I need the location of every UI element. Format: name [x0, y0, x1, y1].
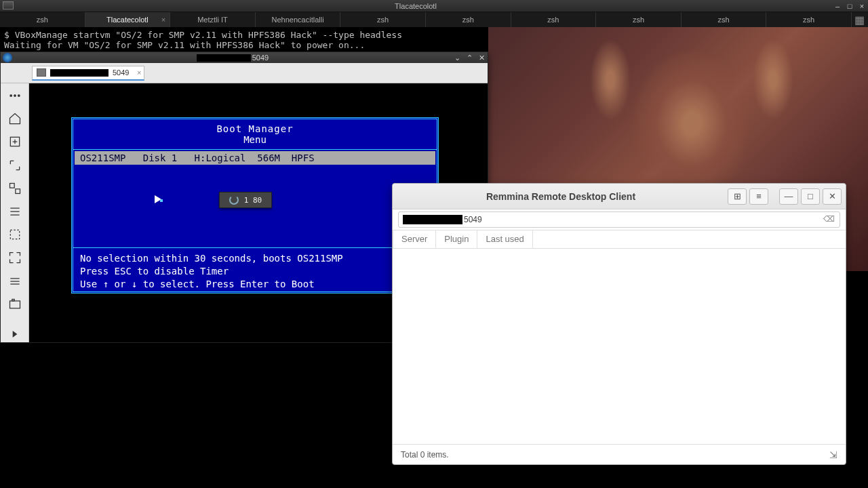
- boot-manager-title: Boot Manager: [73, 123, 437, 134]
- viewer-toolbar: [1, 83, 29, 342]
- menu-icon[interactable]: [5, 87, 25, 104]
- scaled-mode-icon[interactable]: [5, 180, 25, 197]
- tab-metztli-it[interactable]: Metztli IT: [170, 12, 256, 27]
- home-icon[interactable]: [5, 110, 25, 127]
- svg-point-1: [14, 95, 16, 97]
- remmina-statusbar: Total 0 items. ⇲: [393, 444, 846, 464]
- quick-connect-input[interactable]: 5049 ⌫: [398, 211, 840, 228]
- tab-zsh[interactable]: zsh: [682, 12, 767, 27]
- viewer-close-button[interactable]: ✕: [475, 54, 488, 62]
- window-maximize-button[interactable]: □: [844, 2, 856, 10]
- remmina-address-row: 5049 ⌫: [393, 209, 846, 230]
- tab-nehnencacitlalli[interactable]: Nehnencacitlalli: [256, 12, 341, 27]
- window-close-button[interactable]: ×: [856, 2, 868, 10]
- viewer-tab-label: 5049: [113, 68, 129, 77]
- grid-view-button[interactable]: ⊞: [728, 188, 747, 205]
- remmina-maximize-button[interactable]: □: [801, 188, 820, 205]
- viewer-dropdown-button[interactable]: ⌄: [451, 54, 463, 62]
- svg-point-0: [9, 95, 11, 97]
- tab-zsh[interactable]: zsh: [511, 12, 597, 27]
- resize-grip-icon[interactable]: ⇲: [829, 449, 837, 460]
- tab-overview-icon[interactable]: ▦: [852, 12, 868, 27]
- menu-button[interactable]: ≡: [749, 188, 768, 205]
- viewer-up-button[interactable]: ⌃: [463, 54, 475, 62]
- column-last-used[interactable]: Last used: [477, 230, 532, 248]
- mouse-cursor-icon: [155, 195, 163, 206]
- screenshot-icon[interactable]: [5, 296, 25, 312]
- boot-manager-panel: Boot Manager Menu OS211SMP Disk 1 H:Logi…: [71, 117, 439, 293]
- tab-zsh[interactable]: zsh: [340, 12, 426, 27]
- boot-manager-body: 1 80: [73, 165, 437, 246]
- tab-close-icon[interactable]: ×: [161, 16, 165, 24]
- activities-icon[interactable]: [3, 1, 14, 9]
- column-plugin[interactable]: Plugin: [436, 230, 477, 248]
- fullscreen-icon[interactable]: [5, 249, 25, 266]
- preferences-icon[interactable]: [5, 273, 25, 289]
- status-text: Total 0 items.: [401, 450, 449, 460]
- remmina-titlebar[interactable]: Remmina Remote Desktop Client ⊞ ≡ — □ ✕: [393, 184, 846, 209]
- redacted-host: [197, 54, 251, 62]
- svg-rect-7: [9, 301, 20, 308]
- boot-manager-footer: No selection within 30 seconds, boots OS…: [73, 249, 437, 293]
- dynres-icon[interactable]: [5, 226, 25, 243]
- viewer-tab-row: 5049 ×: [1, 63, 488, 83]
- redacted-host: [403, 215, 462, 224]
- spinner-icon: [229, 195, 239, 205]
- remmina-close-button[interactable]: ✕: [823, 188, 842, 205]
- viewer-app-icon: [3, 53, 12, 62]
- remmina-title: Remmina Remote Desktop Client: [397, 191, 725, 202]
- svg-rect-8: [12, 299, 14, 301]
- redacted-host: [50, 69, 108, 77]
- list-icon[interactable]: [5, 203, 25, 220]
- fullscreen-toggle-icon[interactable]: [5, 157, 25, 174]
- connection-list[interactable]: [393, 249, 846, 444]
- viewer-tab-close-icon[interactable]: ×: [137, 68, 141, 77]
- svg-rect-4: [9, 183, 14, 188]
- tab-zsh[interactable]: zsh: [0, 12, 85, 27]
- main-window-titlebar: Tlacatecolotl – □ ×: [0, 0, 868, 12]
- viewer-titlebar[interactable]: 5049 ⌄ ⌃ ✕: [1, 52, 488, 63]
- svg-rect-5: [15, 189, 20, 194]
- tab-zsh[interactable]: zsh: [426, 12, 511, 27]
- new-tab-icon[interactable]: [5, 134, 25, 150]
- connection-list-header: Server Plugin Last used: [393, 230, 846, 249]
- loader-text: 1 80: [244, 196, 262, 205]
- window-title: Tlacatecolotl: [0, 2, 831, 10]
- svg-rect-6: [10, 230, 19, 239]
- remmina-client-window: Remmina Remote Desktop Client ⊞ ≡ — □ ✕ …: [392, 183, 846, 465]
- remmina-minimize-button[interactable]: —: [779, 188, 798, 205]
- column-server[interactable]: Server: [393, 230, 436, 248]
- expand-icon[interactable]: [5, 326, 25, 342]
- tab-zsh[interactable]: zsh: [596, 12, 682, 27]
- tab-zsh[interactable]: zsh: [766, 12, 852, 27]
- viewer-title: 5049: [14, 54, 451, 62]
- tab-tlacatecolotl[interactable]: Tlacatecolotl ×: [85, 12, 171, 27]
- viewer-connection-tab[interactable]: 5049 ×: [32, 66, 144, 81]
- boot-entry-selected[interactable]: OS211SMP Disk 1 H:Logical 566M HPFS: [75, 151, 435, 165]
- loading-indicator: 1 80: [219, 192, 272, 208]
- svg-point-2: [18, 95, 20, 97]
- boot-manager-subtitle: Menu: [73, 134, 437, 145]
- terminal-tab-bar: zsh Tlacatecolotl × Metztli IT Nehnencac…: [0, 12, 868, 27]
- clear-input-icon[interactable]: ⌫: [823, 214, 834, 225]
- monitor-icon: [37, 68, 46, 77]
- window-minimize-button[interactable]: –: [831, 2, 844, 10]
